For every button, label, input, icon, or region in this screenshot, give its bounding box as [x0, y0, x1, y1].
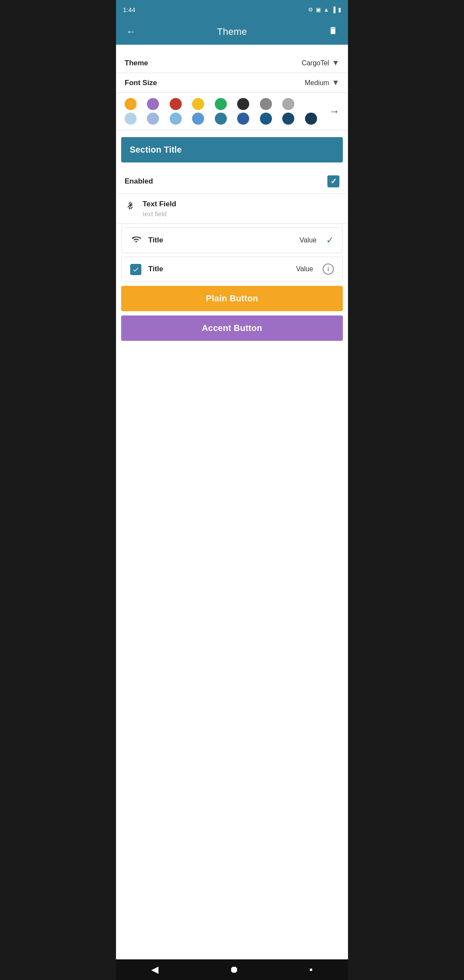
- battery-icon: ▮: [338, 6, 341, 13]
- color-dot-lightblue1[interactable]: [125, 113, 137, 125]
- font-size-dropdown-arrow: ▼: [332, 78, 339, 87]
- theme-row[interactable]: Theme CargoTel ▼: [116, 53, 348, 73]
- palette-row: →: [116, 93, 348, 130]
- text-field-row[interactable]: ✦ Text Field text field: [116, 194, 348, 224]
- enabled-label: Enabled: [125, 177, 153, 186]
- theme-value[interactable]: CargoTel ▼: [302, 58, 339, 67]
- app-bar: ← Theme: [116, 19, 348, 45]
- color-dot-darkblue1[interactable]: [237, 113, 249, 125]
- color-dot-purple[interactable]: [147, 98, 159, 110]
- back-button[interactable]: ←: [123, 23, 139, 41]
- settings-icon: ⚙: [308, 6, 313, 13]
- font-size-label: Font Size: [125, 79, 157, 87]
- color-dot-dark[interactable]: [237, 98, 249, 110]
- color-dot-red[interactable]: [170, 98, 182, 110]
- bottom-nav: ◀ ⏺ ▪: [116, 959, 348, 980]
- delete-button[interactable]: [325, 22, 341, 41]
- title-value-row-2[interactable]: Title Value i: [121, 257, 343, 282]
- theme-selected: CargoTel: [302, 59, 329, 67]
- color-dot-green[interactable]: [215, 98, 227, 110]
- title-value-2-value: Value: [296, 265, 313, 273]
- color-dot-lightgray[interactable]: [282, 98, 294, 110]
- wifi-status-icon: ▲: [324, 6, 329, 13]
- color-dot-darkblue4[interactable]: [305, 113, 317, 125]
- nav-home-button[interactable]: ⏺: [219, 961, 249, 979]
- status-icons: ⚙ ▣ ▲ ▐ ▮: [308, 6, 341, 13]
- theme-label: Theme: [125, 59, 148, 67]
- font-size-value[interactable]: Medium ▼: [305, 78, 339, 87]
- signal-icon: ▐: [332, 6, 336, 13]
- status-time: 1:44: [123, 6, 135, 13]
- accent-button[interactable]: Accent Button: [121, 315, 343, 341]
- content-area: Theme CargoTel ▼ Font Size Medium ▼: [116, 45, 348, 959]
- text-field-placeholder: text field: [143, 210, 339, 217]
- color-dot-lightblue3[interactable]: [170, 113, 182, 125]
- info-icon[interactable]: i: [323, 263, 334, 275]
- font-size-selected: Medium: [305, 79, 329, 87]
- check-icon-1: ✓: [326, 235, 334, 246]
- section-title-text: Section Title: [130, 145, 182, 154]
- checkbox-icon: [130, 264, 142, 275]
- title-value-row-1[interactable]: Title Value ✓: [121, 227, 343, 253]
- bluetooth-icon: ✦: [125, 201, 137, 213]
- color-dot-gray[interactable]: [260, 98, 272, 110]
- enabled-row: Enabled: [116, 169, 348, 194]
- title-value-2-title: Title: [148, 265, 290, 273]
- status-bar: 1:44 ⚙ ▣ ▲ ▐ ▮: [116, 0, 348, 19]
- plain-button[interactable]: Plain Button: [121, 286, 343, 311]
- title-value-1-value: Value: [299, 236, 317, 244]
- color-dot-lightblue2[interactable]: [147, 113, 159, 125]
- theme-dropdown-arrow: ▼: [332, 58, 339, 67]
- sim-icon: ▣: [316, 6, 321, 13]
- nav-recent-button[interactable]: ▪: [299, 961, 323, 979]
- text-field-content[interactable]: Text Field text field: [143, 200, 339, 217]
- color-dot-orange[interactable]: [125, 98, 137, 110]
- font-size-row[interactable]: Font Size Medium ▼: [116, 73, 348, 93]
- title-value-1-title: Title: [148, 236, 293, 245]
- color-palette: [125, 98, 325, 125]
- color-dot-darkblue3[interactable]: [282, 113, 294, 125]
- section-title-block: Section Title: [121, 137, 343, 162]
- color-dot-yellow[interactable]: [192, 98, 204, 110]
- text-field-title: Text Field: [143, 200, 339, 208]
- nav-back-button[interactable]: ◀: [141, 961, 169, 979]
- page-title: Theme: [217, 26, 247, 37]
- color-dot-blue1[interactable]: [192, 113, 204, 125]
- wifi-icon: [130, 235, 142, 247]
- enabled-checkbox[interactable]: [327, 175, 339, 187]
- color-dot-empty: [305, 98, 317, 110]
- color-dot-teal[interactable]: [215, 113, 227, 125]
- color-dot-darkblue2[interactable]: [260, 113, 272, 125]
- palette-next-arrow[interactable]: →: [329, 105, 339, 117]
- svg-text:✦: ✦: [128, 202, 133, 208]
